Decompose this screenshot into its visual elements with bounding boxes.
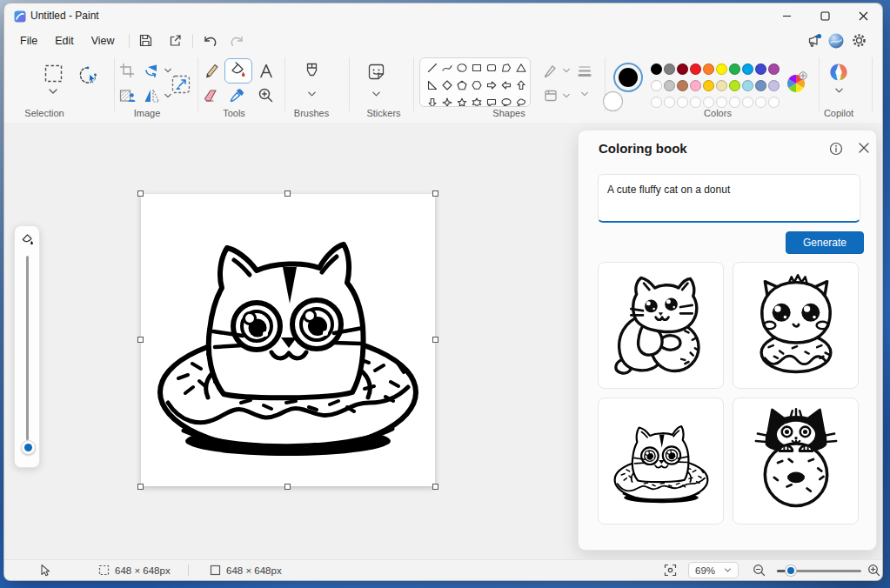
announcements-button[interactable]	[802, 31, 825, 50]
color-swatch[interactable]	[729, 80, 740, 91]
shape-fill-dropdown-chevron[interactable]	[562, 92, 571, 99]
shape-rectangle-icon[interactable]	[472, 63, 482, 73]
resize-image-icon[interactable]	[171, 75, 191, 94]
menu-edit[interactable]: Edit	[46, 32, 83, 50]
foreground-color-swatch[interactable]	[613, 63, 643, 92]
color-swatch[interactable]	[703, 80, 714, 91]
edit-colors-icon[interactable]	[786, 71, 808, 94]
panel-close-icon[interactable]	[858, 142, 870, 154]
copilot-dropdown-chevron[interactable]	[834, 87, 844, 94]
color-swatch[interactable]	[690, 80, 701, 91]
rotate-icon[interactable]	[144, 63, 160, 78]
custom-color-slot[interactable]	[742, 97, 753, 108]
color-swatch[interactable]	[755, 80, 766, 91]
shape-ellipse-icon[interactable]	[457, 63, 467, 73]
shape-callout-oval-icon[interactable]	[501, 97, 512, 107]
shape-line-icon[interactable]	[427, 63, 438, 73]
color-swatch[interactable]	[690, 63, 701, 75]
custom-color-slot[interactable]	[768, 97, 780, 108]
zoom-out-button[interactable]	[753, 560, 766, 580]
zoom-slider-thumb[interactable]	[786, 565, 796, 576]
shape-callout-rounded-icon[interactable]	[486, 97, 497, 107]
fill-tool-icon[interactable]	[229, 62, 247, 79]
color-swatch[interactable]	[664, 63, 675, 75]
shape-callout-cloud-icon[interactable]	[516, 97, 526, 107]
shape-star-4-icon[interactable]	[442, 97, 452, 107]
shape-curve-icon[interactable]	[442, 63, 452, 73]
share-button[interactable]	[164, 31, 187, 50]
shape-fill-icon[interactable]	[544, 89, 558, 103]
selection-handle-sw[interactable]	[137, 484, 144, 490]
brushes-icon[interactable]	[304, 63, 319, 82]
zoom-level-dropdown[interactable]: 69%	[688, 562, 739, 578]
eraser-tool-icon[interactable]	[202, 88, 219, 104]
settings-button[interactable]	[847, 31, 870, 50]
shape-hexagon-icon[interactable]	[472, 80, 482, 90]
color-swatch[interactable]	[677, 63, 688, 75]
custom-color-slot[interactable]	[703, 97, 714, 108]
stickers-icon[interactable]	[367, 63, 385, 81]
titlebar[interactable]: Untitled - Paint	[4, 3, 882, 29]
pencil-tool-icon[interactable]	[203, 63, 219, 79]
minimize-button[interactable]	[767, 3, 806, 29]
shape-diamond-icon[interactable]	[442, 80, 452, 90]
generated-thumbnail-4[interactable]	[733, 398, 859, 525]
menu-file[interactable]: File	[11, 32, 46, 50]
generated-thumbnail-3[interactable]	[598, 398, 724, 525]
menu-view[interactable]: View	[83, 32, 124, 50]
rectangle-select-icon[interactable]	[44, 64, 63, 83]
shape-arrow-up-icon[interactable]	[516, 80, 526, 90]
shape-pentagon-icon[interactable]	[457, 80, 467, 90]
color-swatch[interactable]	[768, 80, 780, 91]
generated-thumbnail-2[interactable]	[733, 262, 859, 389]
color-swatch[interactable]	[703, 63, 714, 75]
color-swatch[interactable]	[768, 63, 780, 75]
selection-dropdown-chevron[interactable]	[48, 88, 58, 95]
flip-icon[interactable]	[144, 88, 160, 104]
save-button[interactable]	[135, 31, 157, 50]
selection-handle-e[interactable]	[432, 337, 438, 343]
custom-color-slot[interactable]	[677, 97, 688, 108]
canvas[interactable]	[141, 194, 435, 486]
eyedropper-tool-icon[interactable]	[229, 87, 245, 104]
maximize-button[interactable]	[806, 3, 844, 29]
undo-button[interactable]	[198, 31, 221, 50]
freeform-select-icon[interactable]	[77, 65, 98, 86]
magnifier-tool-icon[interactable]	[258, 87, 274, 104]
shape-polygon-icon[interactable]	[501, 63, 512, 73]
line-width-dropdown-chevron[interactable]	[580, 90, 589, 97]
selection-handle-s[interactable]	[284, 484, 291, 490]
shape-right-triangle-icon[interactable]	[427, 80, 438, 90]
color-swatch[interactable]	[716, 63, 727, 75]
fit-to-screen-button[interactable]	[664, 560, 677, 580]
shape-star-6-icon[interactable]	[472, 97, 482, 107]
shape-outline-dropdown-chevron[interactable]	[562, 67, 571, 74]
color-swatch[interactable]	[742, 80, 753, 91]
color-swatch[interactable]	[651, 63, 662, 75]
rotate-dropdown-chevron[interactable]	[164, 67, 172, 74]
redo-button[interactable]	[226, 31, 249, 50]
color-swatch[interactable]	[664, 80, 675, 91]
text-tool-icon[interactable]	[258, 63, 274, 79]
brushes-dropdown-chevron[interactable]	[307, 90, 317, 97]
info-icon[interactable]	[829, 142, 843, 156]
zoom-in-button[interactable]	[867, 560, 880, 580]
shape-triangle-icon[interactable]	[516, 63, 526, 73]
color-swatch[interactable]	[677, 80, 688, 91]
account-button[interactable]	[825, 31, 847, 50]
custom-color-slot[interactable]	[755, 97, 766, 108]
custom-color-slot[interactable]	[690, 97, 701, 108]
crop-icon[interactable]	[119, 63, 135, 78]
selection-handle-nw[interactable]	[137, 190, 144, 197]
tool-size-slider-thumb[interactable]	[21, 440, 36, 455]
shape-arrow-down-icon[interactable]	[427, 97, 438, 107]
shape-arrow-left-icon[interactable]	[501, 80, 512, 90]
shape-rounded-rectangle-icon[interactable]	[486, 63, 497, 73]
line-width-icon[interactable]	[577, 64, 592, 78]
selection-handle-se[interactable]	[432, 484, 438, 490]
close-button[interactable]	[844, 3, 882, 29]
custom-color-slot[interactable]	[716, 97, 727, 108]
generate-button[interactable]: Generate	[786, 231, 864, 254]
color-swatch[interactable]	[729, 63, 740, 75]
custom-color-slot[interactable]	[651, 97, 662, 108]
